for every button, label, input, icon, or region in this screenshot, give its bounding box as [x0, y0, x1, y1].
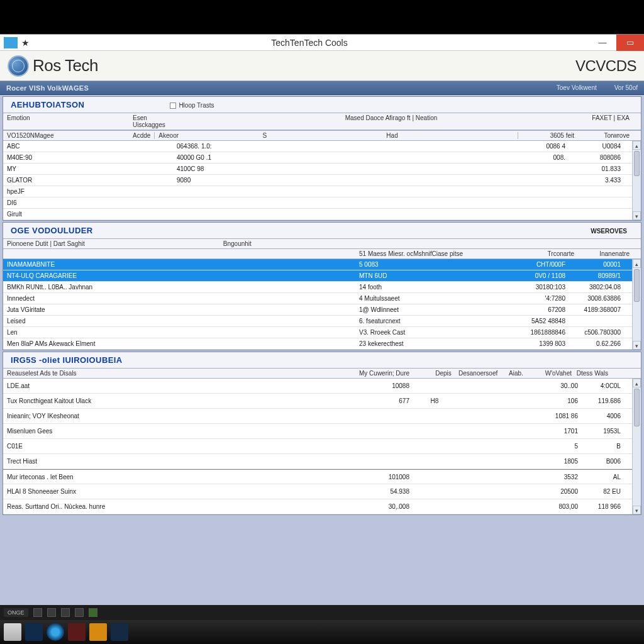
p1-col-mmr: Mased Daoce Afirago ft | Neation — [265, 114, 518, 128]
scroll-down-icon[interactable]: ▾ — [633, 506, 641, 514]
p1-col-esen: Esen Uisckagges — [133, 114, 177, 128]
table-row[interactable]: C01E5B — [3, 439, 632, 454]
tab-indicator-icon — [4, 37, 18, 48]
status-icon-2[interactable] — [47, 608, 56, 617]
scroll-up-icon[interactable]: ▴ — [633, 141, 641, 150]
p1-col-emotion: Emotion — [7, 114, 133, 128]
p1-col-36ds: 3605 feit — [518, 132, 574, 139]
p1-col-faxet: FAXET | EXA — [574, 114, 637, 128]
subheader-title: Rocer VISh VolkWAGES — [6, 84, 89, 92]
bluebar-link-2[interactable]: Vor 50of — [614, 84, 638, 91]
p1-col-acde[interactable]: Acdde — [133, 132, 155, 139]
taskbar-icon-2[interactable] — [25, 623, 43, 641]
p3-col-wov: W'oVahet — [534, 370, 572, 377]
table-row[interactable]: Reas. Surttand Ori.. Nùckea. hunre30,.00… — [3, 499, 632, 514]
table-row[interactable]: Inieanin; VOY IKesheonat1081 864006 — [3, 409, 632, 424]
p1-col-vo: VO1520NMagee — [7, 132, 133, 139]
vw-logo-icon — [8, 55, 29, 77]
close-button[interactable]: ▭ — [616, 35, 644, 51]
p1-col-akeor[interactable]: Akeoor — [158, 132, 179, 139]
p2-sub-c2: Bngounhit — [223, 240, 252, 247]
table-row[interactable]: M40E:9040000 G0 .1008.808086 — [3, 152, 632, 164]
taskbar-icon-3[interactable] — [47, 623, 64, 641]
table-row[interactable]: Trect Hiast1805B006 — [3, 454, 632, 469]
table-row[interactable]: Mur irteconas . let Been1010083532AL — [3, 469, 632, 484]
table-row[interactable]: Leised6. fseaturcnext5A52 48848 — [3, 316, 632, 327]
panel3-title: IRG5S -oliet IUIROIOUBEIA — [7, 353, 126, 367]
table-row[interactable]: Girult — [3, 209, 632, 220]
scroll-down-icon[interactable]: ▾ — [633, 211, 641, 220]
p1-sub-s: S — [179, 132, 267, 139]
table-row[interactable]: LDE.aat1008830..004:0C0L — [3, 379, 632, 394]
p3-col-desa: Desanoersoef — [458, 370, 509, 377]
table-row[interactable]: Juta VGiritate1@ Wdlinneet672084189:3680… — [3, 304, 632, 316]
table-row[interactable]: ABC064368. 1.0:0086 4U0084 — [3, 141, 632, 152]
table-row[interactable]: GLATOR90803.433 — [3, 175, 632, 186]
panel2-scrollbar[interactable]: ▴ ▾ — [632, 259, 641, 350]
p2-col-desc: 51 Maess Miesr. ocMshnifCiase pitse — [359, 250, 505, 257]
star-icon[interactable]: ★ — [21, 38, 30, 47]
taskbar-icon-4[interactable] — [68, 623, 86, 641]
subheader-bar: Rocer VISh VolkWAGES Toev Volkwent Vor 5… — [0, 81, 644, 95]
table-row[interactable]: hpeJF — [3, 186, 632, 197]
status-icon-4[interactable] — [75, 608, 84, 617]
status-icon-5[interactable] — [89, 608, 97, 617]
table-row[interactable]: HLAI 8 Shoneeaer Suinx54.9382050082 EU — [3, 484, 632, 499]
table-row[interactable]: INAMAMABNITE5 0083CHT/000F00001 — [3, 259, 632, 270]
table-row[interactable]: MY4100C 9801.833 — [3, 164, 632, 175]
table-row[interactable]: Misenluen Gees17011953L — [3, 424, 632, 439]
table-row[interactable]: Men 8laP AMs Akewack Elment23 kekerecthe… — [3, 338, 632, 350]
table-row[interactable]: Innnedect4 Muitulssaeet'4:72803008.63886 — [3, 293, 632, 304]
panel-details: IRG5S -oliet IUIROIOUBEIA Reauselest Ads… — [3, 352, 641, 515]
bluebar-link-1[interactable]: Toev Volkwent — [557, 84, 597, 91]
p3-subhdr: Reauselest Ads te Disals — [7, 370, 359, 377]
p3-col-dess: Dtess Wals — [572, 370, 616, 377]
taskbar-icon-6[interactable] — [111, 623, 128, 641]
scroll-down-icon[interactable]: ▾ — [633, 341, 641, 350]
status-strip: ONGE — [0, 605, 644, 620]
status-icon-1[interactable] — [33, 608, 42, 617]
p2-subhdr: Pionoene Dutit | Dart Saghit — [7, 240, 85, 247]
taskbar-icon-1[interactable] — [4, 623, 21, 641]
table-row[interactable]: LenV3. Rroeek Cast1861888846c506.780300 — [3, 327, 632, 338]
panel3-scrollbar[interactable]: ▴ ▾ — [632, 379, 641, 514]
panel1-checkbox[interactable] — [170, 103, 176, 109]
p2-col-tc: Trconarte — [505, 250, 574, 257]
table-row[interactable]: NT4-ULQ CARAGARIEEMTN 6UD0V0 / 110880989… — [3, 270, 632, 282]
taskbar-icon-5[interactable] — [89, 623, 107, 641]
p1-sub-had: Had — [267, 132, 518, 139]
scroll-up-icon[interactable]: ▴ — [633, 379, 641, 387]
panel2-right-label: WSEROVES — [97, 228, 637, 235]
status-icon-3[interactable] — [61, 608, 70, 617]
p3-col-my: My Cuwerin; Dure — [359, 370, 428, 377]
panel1-scrollbar[interactable]: ▴ ▾ — [632, 141, 641, 220]
panel2-title: OGE VODOULUDER — [7, 224, 97, 237]
p3-col-aiab: Aiab. — [509, 370, 534, 377]
table-row[interactable]: DI6 — [3, 197, 632, 209]
status-chip[interactable]: ONGE — [4, 608, 28, 617]
panel1-chk-label: Hloop Trasts — [179, 102, 214, 109]
app-header: Ros Tech VCVCDS — [0, 51, 644, 81]
scroll-up-icon[interactable]: ▴ — [633, 259, 641, 268]
p2-col-ins: Inanenatre — [574, 250, 637, 257]
app-brand: VCVCDS — [575, 57, 636, 75]
taskbar — [0, 620, 644, 644]
titlebar: ★ TechTenTech Cools — ▭ — [0, 35, 644, 51]
panel-modules: OGE VODOULUDER WSEROVES Pionoene Dutit |… — [3, 222, 641, 350]
p1-col-torwore: Torwrove — [574, 132, 637, 139]
minimize-button[interactable]: — — [589, 35, 616, 51]
p3-col-dep: Depis — [428, 370, 458, 377]
table-row[interactable]: BMKh RUNtt.. L0BA.. Javhnan14 footh30180… — [3, 282, 632, 293]
panel1-title: AEHUBTOIATSON — [7, 98, 88, 111]
app-name: Ros Tech — [33, 56, 98, 75]
panel-registration: AEHUBTOIATSON Hloop Trasts Emotion Esen … — [3, 96, 641, 221]
window-title: TechTenTech Cools — [30, 38, 589, 48]
table-row[interactable]: Tux Roncthigeat Kaitout Ulack677H8106119… — [3, 394, 632, 409]
